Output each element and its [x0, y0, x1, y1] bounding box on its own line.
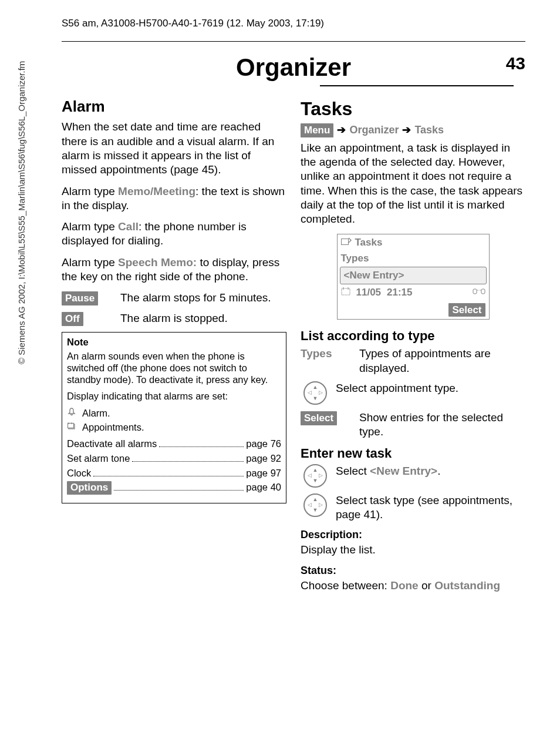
page-content: S56 am, A31008-H5700-A40-1-7619 (12. May…: [62, 18, 525, 600]
alarm-type-memo: Alarm type Memo/Meeting: the text is sho…: [62, 184, 286, 213]
select-desc: Show entries for the selected type.: [359, 411, 525, 439]
pause-softkey[interactable]: Pause: [62, 291, 98, 305]
bell-icon: [67, 407, 76, 419]
text: Alarm type: [62, 185, 118, 197]
nav-select-row: ◁▷ Select appointment type.: [301, 381, 525, 405]
alarm-indicator-label: Alarm.: [82, 407, 110, 419]
nav-organizer: Organizer: [349, 123, 399, 137]
tasks-heading: Tasks: [301, 97, 525, 121]
dots: [93, 466, 244, 476]
link-icon: [473, 286, 485, 299]
appts-indicator-label: Appointments.: [82, 421, 144, 433]
note-box: Note An alarm sounds even when the phone…: [62, 332, 286, 503]
types-row: Types Types of appointments are displaye…: [301, 347, 525, 375]
ref-label: Deactivate all alarms: [67, 438, 157, 449]
screen-datetime-row: 11/05 21:15: [338, 284, 489, 301]
select-type-desc: Select task type (see appointments, page…: [336, 493, 525, 522]
pause-row: Pause The alarm stops for 5 minutes.: [62, 291, 286, 305]
arrow-icon: ➔: [337, 123, 346, 137]
enter-new-task-heading: Enter new task: [301, 445, 525, 462]
new-entry-label: <New Entry>: [370, 465, 437, 477]
new-entry-nav-row: ◁▷ Select <New Entry>.: [301, 464, 525, 488]
alarm-type-call: Alarm type Call: the phone number is dis…: [62, 220, 286, 249]
text: Alarm type: [62, 220, 118, 233]
screen-time: 21:15: [387, 286, 412, 299]
svg-rect-2: [341, 239, 348, 244]
ref-options: Options page 40: [67, 481, 281, 495]
note-title: Note: [67, 336, 281, 348]
nav-select-desc: Select appointment type.: [336, 381, 458, 405]
text: Alarm type: [62, 256, 118, 268]
nav-tasks-label: Tasks: [414, 123, 444, 137]
ref-page: page 97: [246, 467, 281, 479]
screen-title: Tasks: [355, 236, 383, 249]
memo-label: Memo/Meeting: [118, 185, 195, 197]
calendar-icon: [341, 286, 350, 299]
ref-deactivate: Deactivate all alarms page 76: [67, 438, 281, 450]
document-header: S56 am, A31008-H5700-A40-1-7619 (12. May…: [62, 18, 525, 29]
alarm-intro: When the set date and time are reached t…: [62, 120, 286, 177]
ref-page: page 76: [246, 438, 281, 449]
speech-label: Speech Memo:: [118, 256, 197, 268]
screen-new-entry-row[interactable]: <New Entry>: [340, 267, 487, 284]
nav-key-icon[interactable]: ◁▷: [303, 493, 327, 517]
description-text: Display the list.: [301, 543, 525, 557]
right-column: Tasks Menu ➔ Organizer ➔ Tasks Like an a…: [301, 97, 525, 600]
off-desc: The alarm is stopped.: [120, 311, 228, 326]
alarm-heading: Alarm: [62, 97, 286, 116]
dots: [132, 452, 244, 462]
nav-key-icon[interactable]: ◁▷: [303, 464, 327, 488]
ref-label: Set alarm tone: [67, 452, 130, 464]
text: Select: [336, 465, 370, 477]
svg-point-7: [480, 290, 481, 291]
svg-rect-4: [473, 289, 477, 294]
arrow-icon: ➔: [402, 123, 411, 137]
status-heading: Status:: [301, 564, 525, 577]
status-done: Done: [390, 579, 419, 592]
left-column: Alarm When the set date and time are rea…: [62, 97, 286, 600]
menu-softkey[interactable]: Menu: [301, 123, 333, 137]
copyright-sidebar: © Siemens AG 2002, I:\Mobil\L55\S55_Marl…: [16, 61, 26, 364]
screen-types-row: Types: [338, 250, 489, 267]
ref-clock: Clock page 97: [67, 466, 281, 479]
svg-point-6: [477, 290, 478, 291]
new-entry-desc: Select <New Entry>.: [336, 464, 440, 488]
select-type-row: ◁▷ Select task type (see appointments, p…: [301, 493, 525, 522]
ref-page: page 40: [246, 481, 281, 493]
select-row: Select Show entries for the selected typ…: [301, 411, 525, 439]
call-label: Call: [118, 220, 139, 233]
pause-desc: The alarm stops for 5 minutes.: [120, 291, 271, 305]
text: .: [437, 465, 440, 477]
options-softkey[interactable]: Options: [67, 481, 112, 495]
note-p2: Display indicating that alarms are set:: [67, 390, 281, 402]
off-row: Off The alarm is stopped.: [62, 311, 286, 326]
chapter-title: Organizer: [236, 53, 351, 82]
tasks-para: Like an appointment, a task is displayed…: [301, 141, 525, 227]
dots: [114, 481, 244, 491]
svg-rect-5: [481, 289, 485, 294]
note-p1: An alarm sounds even when the phone is s…: [67, 350, 281, 385]
menu-path: Menu ➔ Organizer ➔ Tasks: [301, 123, 525, 137]
page-number: 43: [506, 53, 525, 73]
ref-set-tone: Set alarm tone page 92: [67, 452, 281, 464]
text: Choose between:: [301, 579, 390, 592]
header-rule: [62, 41, 525, 42]
screen-date: 11/05: [356, 286, 382, 299]
types-desc: Types of appointments are displayed.: [359, 347, 525, 375]
description-heading: Description:: [301, 528, 525, 542]
text: or: [419, 579, 434, 592]
status-outstanding: Outstanding: [434, 579, 500, 592]
list-by-type-heading: List according to type: [301, 328, 525, 344]
svg-rect-3: [342, 288, 350, 295]
ref-label: Clock: [67, 467, 91, 479]
off-softkey[interactable]: Off: [62, 312, 83, 326]
edit-icon: [341, 236, 352, 249]
status-text: Choose between: Done or Outstanding: [301, 579, 525, 593]
ref-page: page 92: [246, 452, 281, 464]
select-softkey[interactable]: Select: [301, 411, 337, 425]
chapter-heading-row: Organizer 43: [62, 53, 525, 82]
nav-key-icon[interactable]: ◁▷: [303, 381, 327, 405]
alarm-type-speech: Alarm type Speech Memo: to display, pres…: [62, 256, 286, 284]
chapter-underline: [320, 85, 514, 86]
screen-select-softkey[interactable]: Select: [448, 303, 485, 317]
